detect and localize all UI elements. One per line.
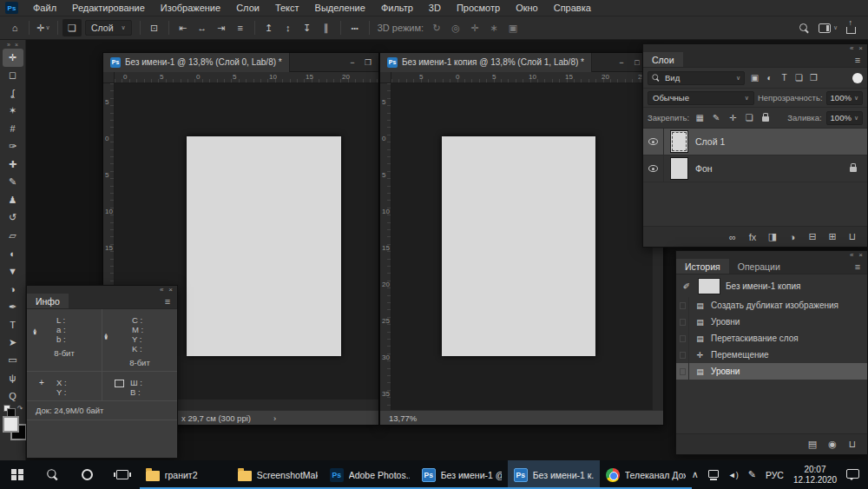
3d-camera-icon[interactable]: ▣	[503, 19, 523, 36]
doc-minimize-button[interactable]: −	[345, 56, 359, 69]
distribute-icon[interactable]: ∥	[317, 19, 336, 36]
menu-3d[interactable]: 3D	[421, 0, 449, 17]
history-snapshot-row[interactable]: ✐ Без имени-1 копия	[676, 274, 867, 297]
new-snapshot-icon[interactable]: ◉	[826, 439, 838, 450]
tool-blur[interactable]: ▼	[3, 262, 23, 281]
align-left-icon[interactable]: ⇤	[174, 19, 193, 36]
tool-brush[interactable]: ✎	[3, 174, 23, 192]
language-indicator[interactable]: РУС	[766, 470, 784, 480]
tool-lasso[interactable]: ʆ	[3, 84, 23, 102]
align-right-icon[interactable]: ⇥	[212, 19, 231, 36]
menu-help[interactable]: Справка	[546, 0, 599, 17]
layer-filtering-toggle[interactable]	[852, 73, 863, 83]
lock-all-icon[interactable]	[760, 113, 772, 123]
align-bottom-icon[interactable]: ↧	[298, 19, 317, 36]
panel-close-icon[interactable]: ×	[858, 45, 863, 52]
notification-center-icon[interactable]	[846, 469, 859, 479]
auto-select-icon[interactable]: ❏	[62, 19, 82, 36]
tool-crop[interactable]: #	[3, 120, 23, 138]
visibility-toggle[interactable]	[643, 155, 664, 182]
panel-collapse-icon[interactable]: «	[850, 252, 853, 259]
tool-dodge[interactable]: ◑	[3, 281, 23, 299]
opacity-value[interactable]: 100%∨	[826, 91, 863, 105]
show-transform-controls-icon[interactable]: ⊡	[145, 19, 164, 36]
tool-history-brush[interactable]: ↺	[3, 209, 23, 228]
status-options-chevron[interactable]: ›	[273, 413, 276, 423]
set-source-checkbox[interactable]	[676, 330, 689, 347]
menu-type[interactable]: Текст	[267, 0, 307, 17]
panel-collapse-icon[interactable]: «	[160, 287, 163, 294]
panel-menu-icon[interactable]: ≡	[848, 52, 867, 67]
delete-state-icon[interactable]: ⊔	[846, 439, 858, 450]
panel-collapse-icon[interactable]: «	[850, 45, 853, 52]
new-doc-from-state-icon[interactable]: ▤	[806, 439, 819, 450]
search-icon[interactable]	[799, 23, 810, 34]
taskbar-app-screenshotmaker[interactable]: ScreenshotMak...	[232, 460, 324, 489]
lock-position-icon[interactable]: ✛	[727, 113, 739, 122]
history-brush-source-icon[interactable]: ✐	[681, 281, 693, 291]
tool-pen[interactable]: ✒	[3, 298, 23, 316]
history-state-row[interactable]: ▤ Перетаскивание слоя	[676, 330, 867, 347]
taskbar-app-chrome[interactable]: Телеканал Дож...	[600, 460, 692, 489]
new-group-icon[interactable]: ⊟	[806, 231, 819, 242]
3d-pan-icon[interactable]: ✛	[465, 19, 484, 36]
blend-mode-dropdown[interactable]: Обычные∨	[648, 91, 754, 105]
menu-image[interactable]: Изображение	[153, 0, 228, 17]
swap-colors-icon[interactable]: ↷	[17, 405, 23, 413]
tool-gradient[interactable]: ◐	[3, 245, 23, 263]
tool-zoom[interactable]: Q	[3, 387, 23, 406]
document-tab-2[interactable]: Ps Без имени-1 копия @ 13,8% (Слой 1, La…	[380, 53, 592, 72]
layer-filter-dropdown[interactable]: Вид∨	[648, 71, 745, 85]
history-state-row[interactable]: ▤ Уровни	[676, 314, 867, 330]
align-center-icon[interactable]: ↔	[193, 19, 212, 36]
taskbar-app-granit2[interactable]: гранит2	[140, 460, 232, 489]
history-tab[interactable]: История	[676, 259, 729, 274]
doc-maximize-button[interactable]: ❐	[361, 56, 375, 69]
menu-window[interactable]: Окно	[508, 0, 546, 17]
menu-edit[interactable]: Редактирование	[64, 0, 153, 17]
tray-expand-icon[interactable]: ∧	[692, 469, 699, 480]
history-tab[interactable]: Операции	[729, 259, 789, 274]
set-source-checkbox[interactable]	[676, 314, 689, 330]
tool-healing-brush[interactable]: ✚	[3, 155, 23, 174]
start-button[interactable]	[0, 460, 35, 489]
fill-value[interactable]: 100%∨	[826, 111, 863, 125]
lock-transparency-icon[interactable]: ▦	[694, 113, 706, 122]
history-state-row[interactable]: ✛ Перемещение	[676, 347, 867, 363]
taskbar-app-doc2[interactable]: Ps Без имени-1 к...	[508, 460, 600, 489]
tool-move[interactable]: ✛	[3, 49, 23, 67]
tab-info[interactable]: Инфо	[27, 294, 69, 308]
menu-select[interactable]: Выделение	[307, 0, 373, 17]
toolbar-collapse-icon[interactable]: »	[7, 42, 10, 48]
auto-select-target-dropdown[interactable]: Слой∨	[85, 20, 132, 36]
tool-clone-stamp[interactable]: ♟	[3, 191, 23, 209]
lock-image-icon[interactable]: ✎	[710, 113, 722, 122]
filter-type-layers-icon[interactable]: T	[777, 71, 792, 85]
3d-orbit-icon[interactable]: ↻	[427, 19, 446, 36]
foreground-color-swatch[interactable]	[3, 416, 19, 433]
visibility-toggle[interactable]	[643, 129, 664, 155]
toolbar-close-icon[interactable]: ×	[15, 42, 18, 48]
panel-close-icon[interactable]: ×	[168, 287, 173, 294]
doc-minimize-button[interactable]: −	[615, 56, 628, 69]
panel-close-icon[interactable]: ×	[858, 252, 863, 259]
more-align-options-icon[interactable]: •••	[345, 19, 365, 36]
taskbar-app-photoshop[interactable]: Ps Adobe Photos...	[324, 460, 416, 489]
canvas-2[interactable]	[442, 136, 595, 356]
set-source-checkbox[interactable]	[676, 297, 689, 314]
history-state-row[interactable]: ▤ Уровни	[676, 363, 867, 380]
windows-ink-icon[interactable]: ✎	[748, 469, 756, 480]
delete-layer-icon[interactable]: ⊔	[846, 231, 858, 242]
taskbar-app-doc1[interactable]: Ps Без имени-1 @...	[416, 460, 508, 489]
home-icon[interactable]: ⌂	[5, 19, 24, 36]
align-edges-icon[interactable]: ≡	[231, 19, 250, 36]
filter-pixel-layers-icon[interactable]: ▣	[747, 71, 762, 85]
workspace-switcher-icon[interactable]	[819, 23, 831, 33]
panel-menu-icon[interactable]: ≡	[158, 294, 177, 308]
layer-thumbnail[interactable]	[670, 130, 688, 153]
share-icon[interactable]	[846, 27, 856, 34]
3d-slide-icon[interactable]: ∗	[484, 19, 503, 36]
network-icon[interactable]	[708, 470, 719, 478]
panel-menu-icon[interactable]: ≡	[848, 259, 867, 274]
cortana-button[interactable]	[69, 460, 104, 489]
